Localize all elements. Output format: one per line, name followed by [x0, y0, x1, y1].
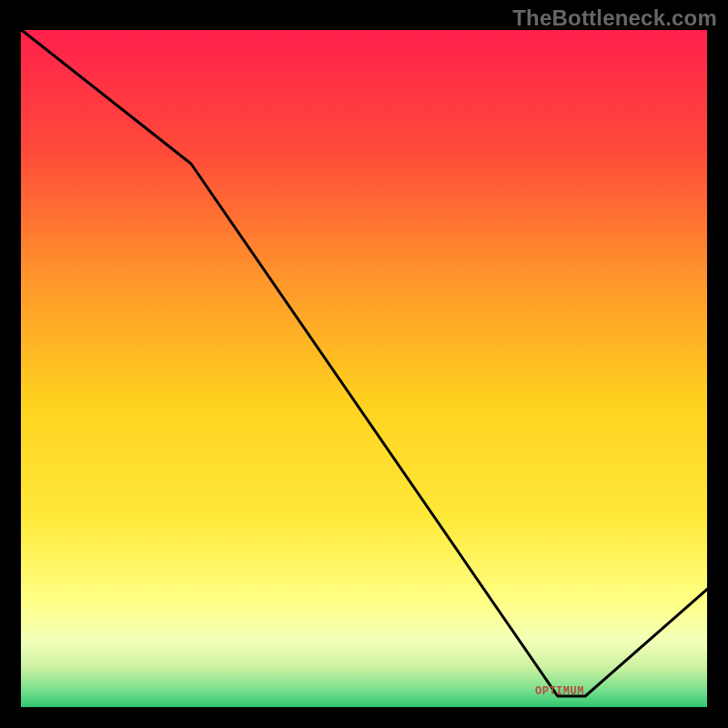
watermark-text: TheBottleneck.com	[512, 5, 717, 31]
chart-stage: TheBottleneck.com OPTIMUM	[0, 0, 728, 728]
optimum-label: OPTIMUM	[535, 685, 584, 698]
gradient-background	[18, 27, 710, 710]
chart-plot	[18, 27, 710, 710]
